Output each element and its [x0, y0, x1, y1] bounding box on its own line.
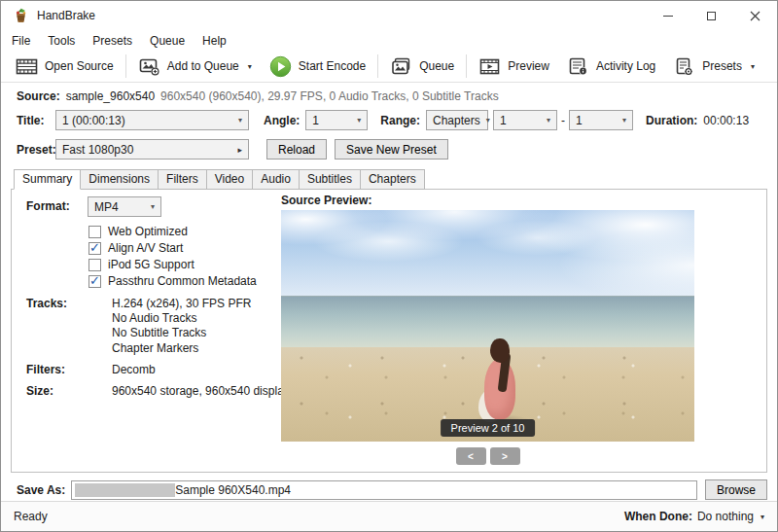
preview-button[interactable]: Preview — [470, 53, 558, 80]
duration-label: Duration: — [646, 114, 697, 127]
chevron-down-icon: ▾ — [751, 62, 755, 71]
align-av-start-label: Align A/V Start — [108, 241, 183, 255]
range-to-value: 1 — [576, 114, 583, 127]
checkbox-icon[interactable] — [88, 259, 101, 271]
tab-audio[interactable]: Audio — [252, 169, 300, 190]
menu-file[interactable]: File — [3, 32, 39, 50]
preset-row: Preset: Fast 1080p30 Reload Save New Pre… — [17, 139, 777, 160]
add-to-queue-button[interactable]: Add to Queue ▾ — [129, 53, 261, 80]
ipod-5g-checkbox-row[interactable]: iPod 5G Support — [88, 258, 194, 271]
handbrake-logo-icon — [13, 8, 29, 24]
format-label: Format: — [26, 199, 70, 213]
preview-next-button[interactable]: > — [490, 447, 520, 465]
figure-hair — [490, 338, 510, 363]
size-value: 960x540 storage, 960x540 display — [112, 384, 290, 398]
duration-value: 00:00:13 — [703, 114, 749, 127]
format-select-value: MP4 — [94, 200, 119, 214]
add-to-queue-label: Add to Queue — [167, 59, 239, 73]
activity-log-button[interactable]: Activity Log — [558, 53, 664, 80]
close-button[interactable] — [733, 1, 777, 30]
preview-count-badge: Preview 2 of 10 — [441, 419, 536, 437]
status-text: Ready — [14, 510, 48, 523]
menu-tools[interactable]: Tools — [39, 32, 84, 50]
tab-dimensions[interactable]: Dimensions — [80, 169, 159, 190]
tracks-label: Tracks: — [26, 297, 67, 310]
start-encode-button[interactable]: Start Encode — [261, 53, 374, 80]
passthru-metadata-checkbox-row[interactable]: Passthru Common Metadata — [88, 274, 257, 288]
menu-queue[interactable]: Queue — [141, 32, 194, 50]
tracks-line: H.264 (x264), 30 FPS PFR — [112, 297, 251, 311]
tracks-line: No Audio Tracks — [112, 311, 251, 326]
menu-presets[interactable]: Presets — [84, 32, 141, 50]
size-label: Size: — [26, 384, 53, 398]
angle-select[interactable]: 1 — [305, 110, 368, 130]
align-av-start-checkbox-row[interactable]: Align A/V Start — [88, 241, 183, 255]
save-as-label: Save As: — [17, 483, 65, 497]
save-new-preset-button[interactable]: Save New Preset — [335, 139, 448, 160]
tab-filters[interactable]: Filters — [158, 169, 207, 190]
log-info-icon — [567, 55, 589, 78]
range-to-select[interactable]: 1 — [569, 110, 633, 130]
title-row: Title: 1 (00:00:13) Angle: 1 Range: Chap… — [17, 110, 777, 130]
activity-log-label: Activity Log — [596, 59, 655, 73]
preview-prev-button[interactable]: < — [456, 447, 486, 465]
range-from-value: 1 — [500, 114, 507, 127]
preset-select[interactable]: Fast 1080p30 — [55, 139, 249, 160]
checkbox-icon[interactable] — [88, 226, 101, 238]
tab-summary[interactable]: Summary — [14, 169, 81, 190]
reload-button[interactable]: Reload — [266, 139, 327, 160]
save-as-input[interactable]: Sample 960X540.mp4 — [71, 480, 697, 500]
start-encode-label: Start Encode — [299, 59, 366, 73]
film-strip-icon — [16, 55, 38, 78]
source-preview-pane: Source Preview: Preview 2 of 10 < > — [281, 194, 694, 465]
source-name: sample_960x540 — [66, 89, 155, 103]
filters-value: Decomb — [112, 363, 156, 376]
maximize-icon — [707, 12, 716, 20]
title-bar: HandBrake — [1, 1, 777, 30]
range-label: Range: — [380, 114, 420, 127]
web-optimized-label: Web Optimized — [108, 225, 188, 238]
source-preview-label: Source Preview: — [281, 194, 371, 207]
minimize-button[interactable] — [646, 1, 690, 30]
presets-button[interactable]: Presets ▾ — [664, 53, 763, 80]
when-done-control[interactable]: When Done: Do nothing ▾ — [624, 510, 764, 523]
toolbar-separator — [377, 54, 378, 78]
menu-help[interactable]: Help — [194, 32, 235, 50]
menu-bar: File Tools Presets Queue Help — [1, 30, 777, 51]
range-separator: - — [561, 114, 565, 127]
source-preview-image: Preview 2 of 10 — [281, 210, 694, 442]
save-as-row: Save As: Sample 960X540.mp4 Browse — [17, 479, 767, 500]
range-type-select[interactable]: Chapters — [426, 110, 488, 130]
chevron-down-icon: ▾ — [760, 513, 764, 521]
angle-label: Angle: — [264, 114, 300, 127]
tab-subtitles[interactable]: Subtitles — [299, 169, 361, 190]
format-select[interactable]: MP4 — [88, 196, 161, 217]
preview-label: Preview — [508, 59, 549, 73]
tab-chapters[interactable]: Chapters — [360, 169, 425, 190]
web-optimized-checkbox-row[interactable]: Web Optimized — [88, 225, 188, 238]
status-bar: Ready When Done: Do nothing ▾ — [1, 501, 777, 531]
ipod-5g-label: iPod 5G Support — [108, 258, 194, 271]
maximize-button[interactable] — [690, 1, 733, 30]
checkbox-icon[interactable] — [88, 275, 101, 288]
checkbox-icon[interactable] — [88, 242, 101, 255]
browse-button[interactable]: Browse — [705, 479, 767, 500]
tab-strip: Summary Dimensions Filters Video Audio S… — [14, 169, 777, 190]
preset-select-value: Fast 1080p30 — [62, 143, 133, 157]
toolbar-separator — [125, 54, 126, 78]
film-play-icon — [478, 55, 501, 78]
summary-panel: Format: MP4 Web Optimized Align A/V Star… — [11, 189, 767, 473]
open-source-button[interactable]: Open Source — [7, 53, 123, 80]
close-icon — [750, 11, 760, 21]
queue-label: Queue — [419, 59, 454, 73]
presets-label: Presets — [702, 59, 742, 73]
redacted-path-block — [75, 483, 175, 497]
toolbar-separator — [466, 54, 467, 78]
tab-video[interactable]: Video — [206, 169, 253, 190]
filters-label: Filters: — [26, 363, 65, 376]
title-select[interactable]: 1 (00:00:13) — [55, 110, 249, 130]
range-from-select[interactable]: 1 — [493, 110, 557, 130]
queue-button[interactable]: Queue — [381, 53, 463, 80]
preview-navigation: < > — [281, 447, 694, 465]
when-done-value: Do nothing — [697, 510, 754, 523]
